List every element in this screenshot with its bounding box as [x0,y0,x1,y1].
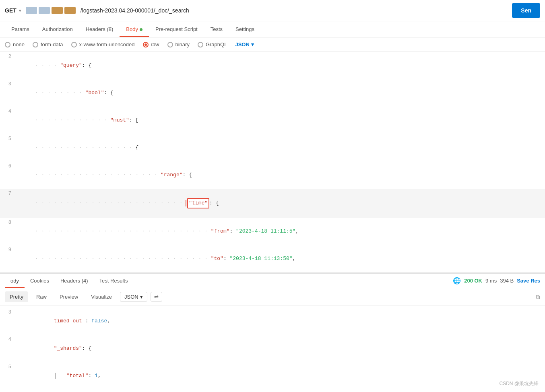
chevron-down-icon: ▾ [19,8,21,13]
resp-line-6: 6 │ "successful": 1, [0,390,545,392]
body-type-graphql[interactable]: GraphQL [198,41,227,47]
code-line-8: 8 · · · · · · · · · · · · · · · · · · · … [0,218,545,245]
response-section: ody Cookies Headers (4) Test Results 🌐 2… [0,274,545,392]
cursor-indicator [186,200,186,206]
url-icon-2 [39,7,50,14]
method-select[interactable]: GET ▾ [5,7,21,14]
response-time: 9 ms [485,278,497,284]
body-type-raw[interactable]: raw [143,41,159,47]
url-icon-3 [52,7,63,14]
radio-none [5,42,10,47]
save-response-button[interactable]: Save Res [517,278,540,284]
code-line-3: 3 · · · · · · · · "bool": { [0,79,545,107]
radio-raw [143,42,149,47]
response-tab-headers[interactable]: Headers (4) [55,274,94,288]
tab-authorization[interactable]: Authorization [36,21,79,37]
json-chevron-icon: ▾ [251,41,254,47]
response-format-select[interactable]: JSON ▾ [120,292,147,302]
tab-settings[interactable]: Settings [229,21,261,37]
resp-line-5: 5 │ "total": 1, [0,362,545,390]
copy-icon: ⧉ [536,293,540,300]
format-tab-visualize[interactable]: Visualize [86,291,117,302]
request-tabs: Params Authorization Headers (8) Body Pr… [0,21,545,37]
response-tab-cookies[interactable]: Cookies [25,274,55,288]
url-icon-group [26,7,76,14]
body-type-urlencoded[interactable]: x-www-form-urlencoded [71,41,135,47]
tab-params[interactable]: Params [5,21,36,37]
response-code-area: 3 timed_out : false, 4 "_shards": { 5 │ … [0,306,545,392]
radio-formdata [33,42,38,47]
response-size: 394 B [500,278,514,284]
response-format-row: Pretty Raw Preview Visualize JSON ▾ ⇌ ⧉ [0,288,545,306]
body-type-binary[interactable]: binary [167,41,190,47]
tab-body[interactable]: Body [120,21,149,37]
copy-button[interactable]: ⧉ [536,293,540,301]
body-type-formdata[interactable]: form-data [33,41,63,47]
radio-binary [167,42,173,47]
wrap-icon: ⇌ [154,294,159,300]
code-line-5: 5 · · · · · · · · · · · · · · · · { [0,134,545,161]
globe-icon: 🌐 [453,277,461,285]
code-line-2: 2 · · · · "query": { [0,52,545,79]
code-line-7: 7 · · · · · · · · · · · · · · · · · · · … [0,189,545,218]
method-label: GET [5,7,17,14]
request-editor[interactable]: 2 · · · · "query": { 3 · · · · · · · · "… [0,52,545,274]
code-line-6: 6 · · · · · · · · · · · · · · · · · · · … [0,161,545,189]
radio-urlencoded [71,42,77,47]
status-ok: 200 OK [464,278,482,284]
radio-graphql [198,42,203,47]
response-status-area: 🌐 200 OK 9 ms 394 B Save Res [453,277,540,285]
send-button[interactable]: Sen [512,3,540,18]
highlighted-token: "time" [187,198,209,208]
response-tabs-row: ody Cookies Headers (4) Test Results 🌐 2… [0,274,545,288]
response-tab-body[interactable]: ody [5,274,25,288]
json-dropdown-chevron: ▾ [140,294,143,300]
format-tab-pretty[interactable]: Pretty [5,291,28,302]
resp-line-4: 4 "_shards": { [0,335,545,362]
code-line-4: 4 · · · · · · · · · · · · "must": [ [0,107,545,134]
json-type-select[interactable]: JSON ▾ [235,41,254,47]
tab-headers[interactable]: Headers (8) [79,21,120,37]
resp-line-3: 3 timed_out : false, [0,307,545,335]
url-icon-4 [64,7,76,14]
format-tab-raw[interactable]: Raw [31,291,52,302]
url-bar: GET ▾ Sen [0,0,545,21]
body-dot-indicator [140,28,142,31]
url-input[interactable] [81,7,509,14]
url-icon-1 [26,7,37,14]
body-type-row: none form-data x-www-form-urlencoded raw… [0,37,545,52]
watermark: CSDN @采坑先锋 [499,380,539,387]
format-tab-preview[interactable]: Preview [55,291,83,302]
response-tab-test-results[interactable]: Test Results [94,274,134,288]
tab-pre-request[interactable]: Pre-request Script [149,21,204,37]
wrap-button[interactable]: ⇌ [151,292,162,302]
body-type-none[interactable]: none [5,41,25,47]
code-line-9: 9 · · · · · · · · · · · · · · · · · · · … [0,245,545,272]
tab-tests[interactable]: Tests [204,21,229,37]
